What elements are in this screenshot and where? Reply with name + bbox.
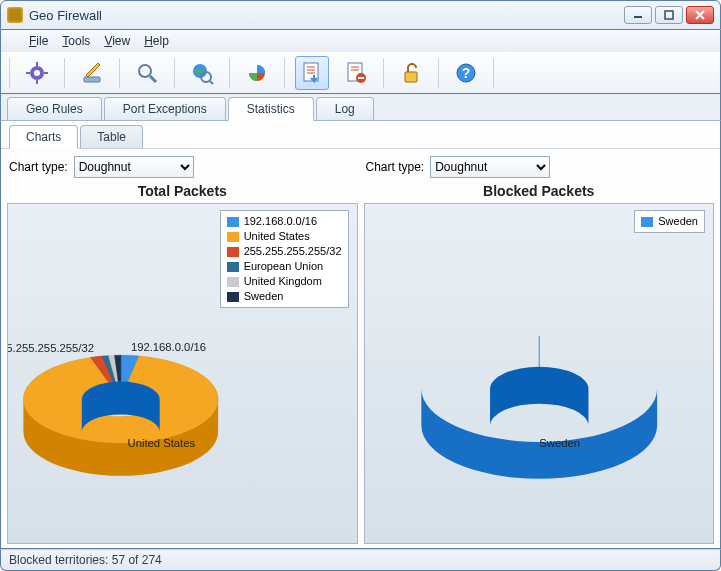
menu-view[interactable]: View bbox=[104, 34, 130, 48]
maximize-button[interactable] bbox=[655, 6, 683, 24]
svg-text:192.168.0.0/16: 192.168.0.0/16 bbox=[131, 341, 206, 353]
edit-icon[interactable] bbox=[75, 56, 109, 90]
svg-rect-1 bbox=[665, 11, 673, 19]
main-tabs: Geo Rules Port Exceptions Statistics Log bbox=[0, 94, 721, 120]
titlebar: Geo Firewall bbox=[0, 0, 721, 30]
legend-item: 255.255.255.255/32 bbox=[227, 244, 342, 259]
svg-text:?: ? bbox=[462, 65, 471, 81]
svg-text:Sweden: Sweden bbox=[539, 437, 580, 449]
chart-title-left: Total Packets bbox=[7, 183, 358, 199]
subtab-table[interactable]: Table bbox=[80, 125, 143, 148]
svg-rect-6 bbox=[36, 62, 38, 66]
tab-port-exceptions[interactable]: Port Exceptions bbox=[104, 97, 226, 120]
gear-icon[interactable] bbox=[20, 56, 54, 90]
svg-rect-7 bbox=[36, 80, 38, 84]
sub-tabs: Charts Table bbox=[1, 121, 720, 149]
tab-geo-rules[interactable]: Geo Rules bbox=[7, 97, 102, 120]
menu-tools[interactable]: Tools bbox=[62, 34, 90, 48]
chart-row: Chart type: Doughnut Total Packets Unite… bbox=[1, 149, 720, 548]
chart-canvas-right: Sweden Sweden bbox=[364, 203, 715, 544]
tab-statistics[interactable]: Statistics bbox=[228, 97, 314, 121]
legend-left: 192.168.0.0/16United States255.255.255.2… bbox=[220, 210, 349, 308]
svg-rect-9 bbox=[44, 72, 48, 74]
tab-log[interactable]: Log bbox=[316, 97, 374, 120]
legend-item: Sweden bbox=[641, 214, 698, 229]
menu-file[interactable]: File bbox=[29, 34, 48, 48]
svg-point-11 bbox=[139, 65, 151, 77]
menu-help[interactable]: Help bbox=[144, 34, 169, 48]
svg-rect-10 bbox=[84, 77, 100, 82]
chart-left-column: Chart type: Doughnut Total Packets Unite… bbox=[7, 153, 358, 544]
svg-text:United States: United States bbox=[128, 437, 196, 449]
chart-right-column: Chart type: Doughnut Blocked Packets Swe… bbox=[364, 153, 715, 544]
help-icon[interactable]: ? bbox=[449, 56, 483, 90]
legend-item: 192.168.0.0/16 bbox=[227, 214, 342, 229]
svg-text:255.255.255.255/32: 255.255.255.255/32 bbox=[8, 342, 94, 354]
menubar: File Tools View Help bbox=[0, 30, 721, 52]
window-title: Geo Firewall bbox=[29, 8, 624, 23]
chart-canvas-left: United States255.255.255.255/32192.168.0… bbox=[7, 203, 358, 544]
status-text: Blocked territories: 57 of 274 bbox=[9, 553, 162, 567]
chart-type-label-right: Chart type: bbox=[366, 160, 425, 174]
svg-line-12 bbox=[150, 76, 156, 82]
chart-type-select-left[interactable]: Doughnut bbox=[74, 156, 194, 178]
unlock-icon[interactable] bbox=[394, 56, 428, 90]
window-buttons bbox=[624, 6, 714, 24]
legend-item: European Union bbox=[227, 259, 342, 274]
close-button[interactable] bbox=[686, 6, 714, 24]
chart-type-label-left: Chart type: bbox=[9, 160, 68, 174]
svg-point-5 bbox=[34, 70, 40, 76]
legend-item: United Kingdom bbox=[227, 274, 342, 289]
svg-rect-8 bbox=[26, 72, 30, 74]
log-down-icon[interactable] bbox=[295, 56, 329, 90]
toolbar: ? bbox=[0, 52, 721, 94]
content-area: Charts Table Chart type: Doughnut Total … bbox=[0, 120, 721, 549]
pie-chart-icon[interactable] bbox=[240, 56, 274, 90]
legend-right: Sweden bbox=[634, 210, 705, 233]
legend-item: United States bbox=[227, 229, 342, 244]
log-clear-icon[interactable] bbox=[339, 56, 373, 90]
statusbar: Blocked territories: 57 of 274 bbox=[0, 549, 721, 571]
svg-line-15 bbox=[210, 81, 213, 84]
chart-type-select-right[interactable]: Doughnut bbox=[430, 156, 550, 178]
legend-item: Sweden bbox=[227, 289, 342, 304]
svg-rect-25 bbox=[405, 72, 417, 82]
minimize-button[interactable] bbox=[624, 6, 652, 24]
chart-title-right: Blocked Packets bbox=[364, 183, 715, 199]
globe-search-icon[interactable] bbox=[185, 56, 219, 90]
subtab-charts[interactable]: Charts bbox=[9, 125, 78, 149]
search-icon[interactable] bbox=[130, 56, 164, 90]
app-icon bbox=[7, 7, 23, 23]
